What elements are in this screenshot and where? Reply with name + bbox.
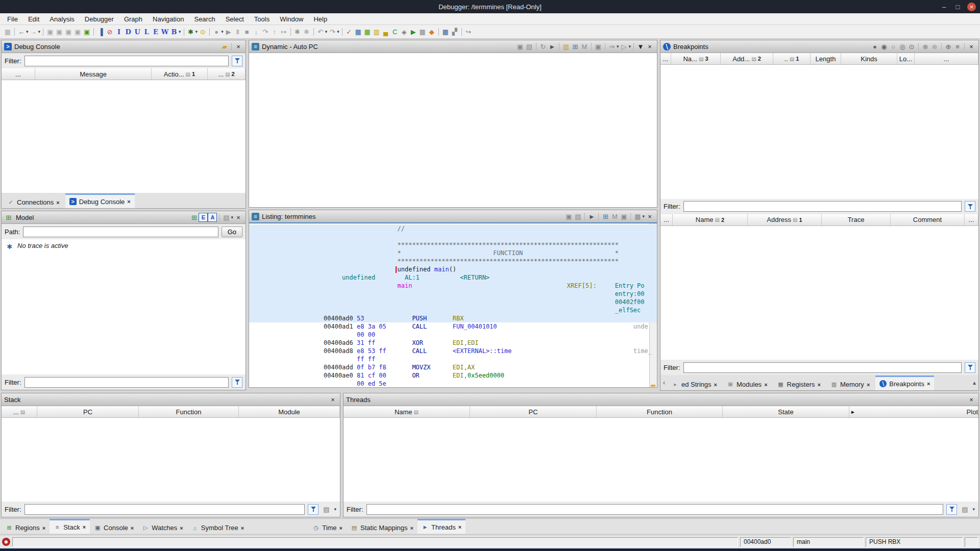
tab-close-icon[interactable]: × xyxy=(339,525,342,531)
column-header-name[interactable]: Name▤2 xyxy=(673,214,748,226)
close-icon[interactable]: × xyxy=(645,212,654,221)
listing-line[interactable]: entry:00 xyxy=(249,290,657,298)
interrupt-icon[interactable]: Ⅱ xyxy=(233,27,242,36)
close-icon[interactable]: × xyxy=(967,395,976,404)
clear-console-icon[interactable]: ▰ xyxy=(220,42,229,51)
listing-line[interactable]: 00400ae081 cf 00OREDI,0x5eed0000 xyxy=(249,371,657,380)
column-header-function[interactable]: Function xyxy=(597,406,723,417)
tab-watches[interactable]: ▷Watches× xyxy=(138,521,187,534)
tab-close-icon[interactable]: × xyxy=(927,381,930,387)
snapshot-camera-icon[interactable]: ▣ xyxy=(619,212,628,221)
menu-tools[interactable]: Tools xyxy=(249,14,275,24)
tab-connections[interactable]: ✓Connections× xyxy=(3,195,64,208)
letter-e-icon[interactable]: E xyxy=(151,27,160,36)
letter-w-icon[interactable]: W xyxy=(160,27,169,36)
column-header-comment[interactable]: Comment xyxy=(891,214,965,226)
dropdown-arrow-icon[interactable]: ▾ xyxy=(334,507,336,512)
clear-breakpoint-icon[interactable]: ⊗ xyxy=(921,42,930,51)
spreadsheet-icon[interactable]: ▦ xyxy=(363,27,372,36)
letter-d-icon[interactable]: D xyxy=(124,27,133,36)
filter-funnel-icon[interactable] xyxy=(232,377,242,388)
tab-stack[interactable]: ≡Stack× xyxy=(50,519,90,534)
byte-viewer-icon[interactable]: ▦ xyxy=(441,27,450,36)
column-header-state[interactable]: State xyxy=(723,406,849,417)
copy-icon[interactable]: ▣ xyxy=(564,212,573,221)
panel-menu-icon[interactable]: ▼ xyxy=(636,42,645,51)
track-location-icon[interactable]: ⊞ xyxy=(601,212,610,221)
snapshot-camera-icon[interactable]: ▣ xyxy=(594,42,603,51)
copy-icon[interactable]: ▣ xyxy=(55,27,64,36)
dropdown-arrow-icon[interactable]: ▾ xyxy=(972,507,975,512)
stack-header[interactable]: Stack × xyxy=(2,393,340,406)
column-header-plot[interactable]: Plot► xyxy=(849,406,978,417)
filter-funnel-icon[interactable] xyxy=(946,504,957,515)
clear-flow-icon[interactable]: ⊘ xyxy=(105,27,114,36)
column-header-more[interactable]: ... xyxy=(660,214,673,226)
tab-close-icon[interactable]: × xyxy=(131,525,134,531)
minimize-button[interactable]: – xyxy=(940,3,948,11)
tab-ed-strings[interactable]: ▸ed Strings× xyxy=(668,378,721,390)
cpp-tool-icon[interactable]: C xyxy=(390,27,400,36)
column-header-lo[interactable]: Lo... xyxy=(897,53,915,64)
cursor-tracking-icon[interactable]: ► xyxy=(548,42,557,51)
listing-line[interactable]: 00402f00 xyxy=(249,298,657,306)
menu-file[interactable]: File xyxy=(2,14,23,24)
launch-target-icon[interactable]: ✱ xyxy=(186,27,195,36)
clear-all-breakpoints-icon[interactable]: ⊗ xyxy=(930,42,939,51)
listing-line[interactable]: 00400ad8e8 53 ffCALL<EXTERNAL>::timetime… xyxy=(249,347,657,355)
dynamic-listing-body[interactable] xyxy=(249,53,657,207)
auto-read-memory-icon[interactable]: ▥ xyxy=(561,42,571,51)
column-header-more[interactable]: ... xyxy=(965,214,978,226)
field-header-icon[interactable]: ▦ xyxy=(633,212,642,221)
step-last-icon[interactable]: ↦ xyxy=(279,27,288,36)
paste-icon[interactable]: ▣ xyxy=(45,27,55,36)
step-into-icon[interactable]: ↓ xyxy=(252,27,261,36)
disable-breakpoint-icon[interactable]: ○ xyxy=(889,42,898,51)
redo-icon[interactable]: ↷ xyxy=(328,27,337,36)
listing-line[interactable]: // xyxy=(249,224,657,233)
column-header-na[interactable]: Na...▤3 xyxy=(671,53,721,64)
dropdown-arrow-icon[interactable]: ▾ xyxy=(628,44,631,49)
tab-close-icon[interactable]: × xyxy=(241,525,244,531)
save-icon[interactable]: ▦ xyxy=(3,27,12,36)
show-elements-icon[interactable]: E xyxy=(199,213,208,222)
close-button[interactable]: × xyxy=(967,3,976,11)
database-icon[interactable]: ▄ xyxy=(381,27,390,36)
menu-window[interactable]: Window xyxy=(275,14,308,24)
column-header-add[interactable]: Add...▤2 xyxy=(721,53,773,64)
listing-line[interactable]: undefinedAL:1<RETURN> xyxy=(249,273,657,282)
kill-icon[interactable]: ■ xyxy=(242,27,252,36)
listing-line[interactable] xyxy=(249,233,657,241)
close-icon[interactable]: × xyxy=(967,42,976,51)
cursor-tracking-icon[interactable]: ► xyxy=(587,212,596,221)
tab-close-icon[interactable]: × xyxy=(42,525,45,531)
tab-breakpoints[interactable]: ∖Breakpoints× xyxy=(875,375,934,390)
column-header-kinds[interactable]: Kinds xyxy=(841,53,897,64)
listing-line[interactable]: ****************************************… xyxy=(249,241,657,249)
dropdown-arrow-icon[interactable]: ▾ xyxy=(179,29,181,34)
diamond-tool-icon[interactable]: ◆ xyxy=(427,27,436,36)
paste-recycle-icon[interactable]: ▣ xyxy=(82,27,91,36)
tab-close-icon[interactable]: × xyxy=(83,524,86,530)
listing-line[interactable]: *FUNCTION* xyxy=(249,249,657,257)
model-path-input[interactable] xyxy=(23,227,218,237)
dropdown-arrow-icon[interactable]: ▾ xyxy=(325,29,328,34)
letter-l-icon[interactable]: L xyxy=(142,27,151,36)
dropdown-arrow-icon[interactable]: ▾ xyxy=(38,29,41,34)
dropdown-arrow-icon[interactable]: ▾ xyxy=(642,214,645,219)
paste-icon[interactable]: ▤ xyxy=(525,42,534,51)
column-header-more[interactable]: ...▤ xyxy=(2,406,37,417)
listing-line[interactable]: 00 ed 5e xyxy=(249,380,657,387)
filter-locations-icon[interactable]: ⊕ xyxy=(944,42,953,51)
run-script-icon[interactable]: ▶ xyxy=(409,27,418,36)
copy-special-icon[interactable]: ▣ xyxy=(64,27,73,36)
disconnect-all-icon[interactable]: ✱ xyxy=(302,27,311,36)
filter-funnel-icon[interactable] xyxy=(965,201,975,212)
close-icon[interactable]: × xyxy=(645,42,654,51)
tab-close-icon[interactable]: × xyxy=(180,525,183,531)
dynamic-header[interactable]: ≡ Dynamic - Auto PC ▣▤↻►▥⊞M▣⇒▾▷▾▼× xyxy=(249,40,657,53)
breakpoints-table-body[interactable] xyxy=(660,65,978,199)
model-filter-input[interactable] xyxy=(24,377,229,388)
refresh-icon[interactable]: ↻ xyxy=(538,42,548,51)
tab-time[interactable]: ◷Time× xyxy=(308,521,347,534)
